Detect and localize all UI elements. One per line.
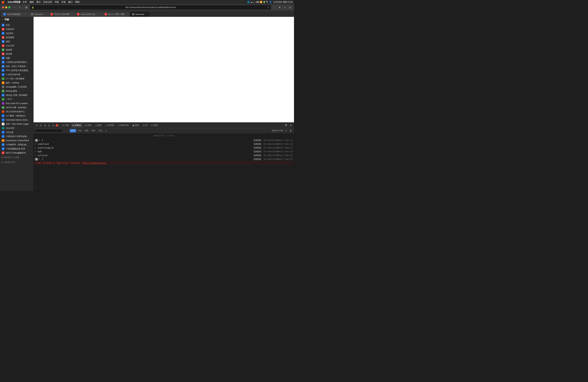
devtools-layout-button[interactable]: ⊞ [43, 123, 47, 127]
sidebar-item-sina[interactable]: 新 新浪网 [0, 52, 33, 56]
console-source-6[interactable]: 全局代码 19-undefined和null.html:22 [251, 158, 293, 160]
sidebar-item-weibo[interactable]: 微 新浪微博 [0, 35, 33, 39]
sidebar-back-icon[interactable]: ‹ [2, 18, 3, 21]
console-source-4[interactable]: 全局代码 19-undefined和null.html:18 [251, 150, 293, 153]
filter-other-button[interactable]: ● [104, 129, 108, 133]
tab-console[interactable]: ⊟ 控制台 [71, 123, 83, 128]
sidebar-item-luyexue[interactable]: 绿 绿叶学习网 - 给你初恋... [0, 105, 33, 110]
sidebar-section-personal[interactable]: ▶ 标签页组个人收藏 [0, 155, 33, 160]
tab-devcsdn[interactable]: C dev c++ 官网 - 搜索 × [103, 12, 130, 17]
tab-sources[interactable]: ⊞ 来源 [83, 123, 93, 128]
console-input[interactable] [37, 188, 293, 190]
sidebar-item-aptana[interactable]: D Download Aptana Studi... [0, 118, 33, 122]
sidebar-item-acwing[interactable]: 题 题库 - AcWing [0, 81, 33, 85]
tab-csdn[interactable]: C 写文章-CSDN博客 × [48, 12, 75, 17]
menu-history[interactable]: 历史记录 [43, 0, 52, 4]
menu-view[interactable]: 显示 [36, 0, 41, 4]
sidebar-item-luogu[interactable]: 首 首页 - 洛谷 | 计算机科... [0, 64, 33, 68]
sidebar-item-macyy[interactable]: M MACYY-Mac破解软件... [0, 151, 33, 155]
sidebar-item-cpp[interactable]: C C++ 简介 | 菜鸟教程 [0, 76, 33, 81]
devtools-settings-button[interactable]: ⊟ [47, 123, 51, 127]
tab-close-js[interactable]: × [98, 13, 100, 16]
sidebar-item-noj[interactable]: 首 首页 - New Online Judge [0, 122, 33, 126]
menu-window[interactable]: 窗口 [68, 0, 73, 4]
sidebar-item-webug[interactable]: W Webug 靶场 [0, 89, 33, 93]
tab-close-devcsdn[interactable]: × [126, 13, 128, 16]
tab-js[interactable]: C JavaScript学习笔记 17-字符串拼... × [75, 12, 103, 17]
sidebar-item-hbuilder[interactable]: 入 入门教程 - HBuilderX... [0, 114, 33, 118]
console-source-5[interactable]: 全局代码 19-undefined和null.html:21 [251, 154, 293, 157]
tab-graphics[interactable]: ▣ 图形 [131, 123, 141, 128]
tab-network[interactable]: ◎ 网络 [94, 123, 104, 128]
sidebar-item-baike[interactable]: 百 百度百科 [0, 27, 33, 31]
share-button[interactable]: ⬆ [278, 5, 282, 9]
tab-close-macyy[interactable]: × [24, 13, 27, 16]
menu-file[interactable]: 文件 [22, 0, 27, 4]
sidebar-item-vere[interactable]: V Vere文档 [0, 126, 33, 130]
tab-layers[interactable]: ⊟ 层 [141, 123, 149, 128]
sidebar-item-hackerrank[interactable]: D Dashboard | HackerRank [0, 138, 33, 143]
fullscreen-button[interactable] [8, 6, 10, 8]
console-reload-button[interactable]: ↻ [284, 129, 288, 133]
menu-bookmarks[interactable]: 书签 [55, 0, 59, 4]
new-tab-button[interactable]: + [283, 5, 287, 9]
devtools-inspect-button[interactable]: ⊡ [39, 123, 43, 127]
sidebar-item-clang[interactable]: C C 语言开发环境 [0, 73, 33, 76]
forward-button[interactable]: › [18, 5, 22, 9]
url-bar[interactable]: 🔒 file:///Users/shitaozhou/vscode/19-und… [30, 5, 271, 10]
reload-icon[interactable]: ↻ [267, 6, 269, 9]
sidebar-item-physics[interactable]: 大 大学物理学（第5版.修... [0, 143, 33, 147]
devtools-point-button[interactable]: ⊕ [51, 123, 55, 127]
sidebar-item-design[interactable]: 计 计算机设计大赛含金量... [0, 134, 33, 138]
sidebar-item-mysql[interactable]: M MySQL 安装 | 菜鸟教程 [0, 93, 33, 97]
sidebar-item-maotuying[interactable]: 猫 猫途鹰 [0, 48, 33, 52]
tab-macyy[interactable]: D 与DEV匹配搜索结果 - MacYY × [1, 12, 29, 17]
close-button[interactable] [2, 6, 4, 8]
console-clear-button[interactable]: 🗑 [289, 129, 293, 133]
console-source-2[interactable]: 全局代码 19-undefined和null.html:15 [251, 143, 293, 145]
devtools-close-button[interactable]: ✕ [35, 123, 39, 127]
filter-log-button[interactable]: 日志 [97, 129, 104, 133]
sidebar-item-dianping[interactable]: 大 大众点评 [0, 44, 33, 48]
minimize-button[interactable] [5, 6, 7, 8]
sidebar-item-dotcpp[interactable]: D Dotcpp编程（C语言网... [0, 85, 33, 89]
console-prev-button[interactable]: ‹ [63, 129, 66, 132]
filter-eval-button[interactable]: 评估 [77, 129, 83, 133]
filter-all-button[interactable]: 全部 [70, 129, 76, 133]
back-button[interactable]: ‹ [13, 5, 17, 9]
console-source-1[interactable]: 全局代码 19-undefined和null.html:12 [251, 139, 293, 142]
menu-dev[interactable]: 开发 [61, 0, 66, 4]
sidebar-item-yiyezi[interactable]: 一 一叶子 [0, 97, 33, 101]
sidebar-item-kaoyan[interactable]: 计 计算机专业考研到清华... [0, 60, 33, 64]
tab-storage[interactable]: ⊙ 储存空间 [116, 123, 130, 128]
sidebar-item-dcloud[interactable]: D DCLOUD开发者中心 [0, 110, 33, 114]
sidebar-item-burp[interactable]: B Burp Suite Pro Loader&... [0, 101, 33, 105]
tab-document-active[interactable]: D Document × [130, 12, 149, 17]
dt-search-button[interactable]: 🔍 [284, 123, 288, 127]
console-search-input[interactable] [35, 129, 63, 133]
menu-help[interactable]: 帮助 [75, 0, 80, 4]
sidebar-item-youku[interactable]: 优 优酷 [0, 56, 33, 60]
error-link[interactable]: file:///favicon.ico [82, 162, 106, 164]
dt-more-button[interactable]: ⚙ [289, 123, 293, 127]
tab-close-csdn[interactable]: × [70, 13, 73, 16]
download-button[interactable]: ↓ [273, 5, 276, 9]
apple-logo[interactable]: 🍎 [1, 0, 5, 4]
sidebar-item-biying[interactable]: 必 必应 [0, 23, 33, 27]
sidebar-item-123pan[interactable]: 1 123云盘 [0, 130, 33, 134]
tab-close-docactive[interactable]: × [145, 13, 147, 16]
sidebar-item-pta[interactable]: P PTA | 程序设计类实验辅... [0, 68, 33, 73]
tab-document1[interactable]: D Document × [29, 12, 48, 17]
tab-timeline[interactable]: ◷ 时间线 [104, 123, 116, 128]
tab-audit[interactable]: ⊡ 审核 [149, 123, 159, 128]
console-next-button[interactable]: › [66, 129, 69, 132]
sidebar-show-button[interactable]: ⊡ [288, 5, 292, 9]
tab-close-doc1[interactable]: × [44, 13, 46, 16]
sidebar-section-unnamed[interactable]: ▶ 未命名文件夹 [0, 160, 33, 165]
tab-elements[interactable]: ⊡ 元素 [61, 123, 70, 128]
menu-edit[interactable]: 编辑 [29, 0, 34, 4]
filter-warning-button[interactable]: 警告 [90, 129, 97, 133]
filter-error-button[interactable]: 错误 [84, 129, 90, 133]
sidebar-item-linkedin[interactable]: 领 领英 [0, 39, 33, 44]
sidebar-toggle-button[interactable]: ⊞ [24, 5, 28, 9]
